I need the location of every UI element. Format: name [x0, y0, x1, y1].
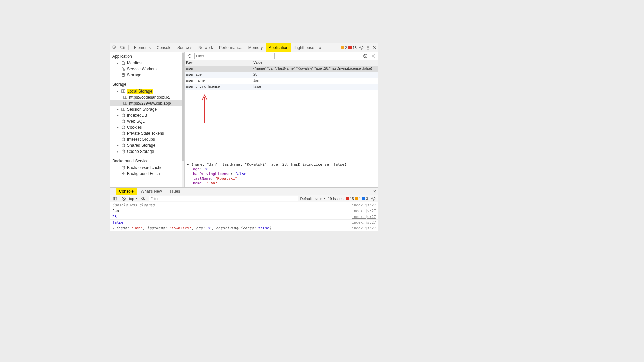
device-toolbar-icon[interactable]: [119, 44, 126, 51]
svg-point-7: [122, 68, 123, 69]
tab-lighthouse[interactable]: Lighthouse: [291, 43, 317, 52]
tab-sources[interactable]: Sources: [174, 43, 195, 52]
table-icon: [121, 107, 126, 111]
table-row[interactable]: user_age28: [185, 72, 378, 78]
delete-icon[interactable]: [370, 53, 377, 59]
svg-point-15: [122, 120, 125, 121]
tab-console[interactable]: Console: [154, 43, 174, 52]
panel-tabs: Elements Console Sources Network Perform…: [131, 43, 317, 52]
sidebar-item-interest-groups[interactable]: Interest Groups: [110, 136, 184, 142]
tab-network[interactable]: Network: [195, 43, 216, 52]
sidebar-item-local-storage[interactable]: ▾Local Storage: [110, 88, 184, 94]
more-tabs-icon[interactable]: »: [317, 45, 324, 50]
download-icon: [121, 172, 126, 176]
drawer-close-icon[interactable]: ✕: [371, 189, 378, 194]
database-icon: [121, 73, 126, 77]
sidebar-item-session-storage[interactable]: ▸Session Storage: [110, 106, 184, 112]
svg-point-3: [361, 47, 362, 48]
table-icon: [121, 89, 126, 93]
console-log[interactable]: Console was clearedindex.js:27 Janindex.…: [110, 202, 378, 231]
sidebar-item-cookies[interactable]: ▸Cookies: [110, 124, 184, 130]
tab-memory[interactable]: Memory: [245, 43, 266, 52]
cookie-icon: [121, 125, 126, 129]
svg-rect-1: [121, 46, 123, 48]
tab-performance[interactable]: Performance: [216, 43, 245, 52]
source-link[interactable]: index.js:27: [352, 209, 376, 213]
sidebar-item-indexeddb[interactable]: ▸IndexedDB: [110, 112, 184, 118]
console-entry[interactable]: Janindex.js:27: [110, 208, 378, 214]
svg-point-20: [122, 150, 125, 151]
database-icon: [121, 113, 126, 117]
sidebar-item-service-workers[interactable]: Service Workers: [110, 66, 184, 72]
value-preview[interactable]: ▾ {name: "Jan", lastName: "Kowalski", ag…: [185, 161, 378, 187]
console-filter-input[interactable]: [149, 196, 298, 201]
console-entry[interactable]: Console was clearedindex.js:27: [110, 202, 378, 208]
sidebar-item-ls-origin-0[interactable]: https://codesandbox.io/: [110, 94, 184, 100]
refresh-icon[interactable]: [186, 53, 193, 59]
clear-icon[interactable]: [362, 53, 369, 59]
table-row[interactable]: user{"name":"Jan","lastName":"Kowalski",…: [185, 66, 378, 72]
database-icon: [121, 119, 126, 123]
separator: [128, 45, 129, 50]
console-issues-summary[interactable]: 19 Issues: 15 1 3: [328, 197, 368, 201]
drawer-more-icon[interactable]: ⋮: [110, 189, 116, 194]
section-application: Application: [110, 52, 184, 60]
sidebar-item-private-state-tokens[interactable]: Private State Tokens: [110, 130, 184, 136]
settings-icon[interactable]: [358, 44, 365, 51]
tab-application[interactable]: Application: [266, 43, 291, 52]
inspect-icon[interactable]: [111, 44, 118, 51]
sidebar-item-storage[interactable]: Storage: [110, 72, 184, 78]
database-icon: [121, 137, 126, 141]
storage-table: Key Value user{"name":"Jan","lastName":"…: [185, 60, 378, 161]
sidebar-item-cache-storage[interactable]: ▸Cache Storage: [110, 148, 184, 155]
svg-point-17: [122, 132, 125, 133]
th-value[interactable]: Value: [252, 60, 378, 66]
drawer-tab-console[interactable]: Console: [116, 188, 137, 195]
devtools-tabbar: Elements Console Sources Network Perform…: [110, 43, 378, 52]
svg-point-8: [123, 69, 125, 70]
console-entry[interactable]: ▸{name: 'Jan', lastName: 'Kowalski', age…: [110, 225, 378, 231]
section-storage: Storage: [110, 80, 184, 88]
console-entry[interactable]: falseindex.js:27: [110, 220, 378, 225]
live-expression-icon[interactable]: [140, 195, 147, 202]
sidebar-item-background-fetch[interactable]: Background Fetch: [110, 171, 184, 177]
drawer-tab-whatsnew[interactable]: What's New: [137, 188, 165, 195]
table-row[interactable]: user_driving_licensefalse: [185, 84, 378, 90]
console-levels-select[interactable]: Default levels▼: [300, 197, 326, 201]
source-link[interactable]: index.js:27: [352, 215, 376, 219]
storage-toolbar: [185, 52, 378, 60]
error-warning-badges[interactable]: 2 15: [341, 46, 358, 50]
tab-elements[interactable]: Elements: [131, 43, 154, 52]
svg-point-18: [122, 138, 125, 139]
console-clear-icon[interactable]: [120, 195, 127, 202]
sidebar-item-manifest[interactable]: ▸Manifest: [110, 60, 184, 66]
devtools-window: Elements Console Sources Network Perform…: [110, 43, 378, 231]
sidebar-item-shared-storage[interactable]: ▸Shared Storage: [110, 142, 184, 148]
source-link[interactable]: index.js:27: [352, 220, 376, 225]
console-context-select[interactable]: top▼: [129, 197, 138, 201]
console-sidebar-toggle-icon[interactable]: [112, 195, 118, 202]
close-icon[interactable]: [371, 44, 378, 51]
svg-point-14: [122, 114, 125, 115]
svg-point-28: [373, 198, 374, 199]
table-row[interactable]: user_nameJan: [185, 78, 378, 84]
drawer-tab-issues[interactable]: Issues: [165, 188, 184, 195]
annotation-arrow-icon: [200, 94, 210, 124]
sidebar-item-back-forward-cache[interactable]: Back/forward cache: [110, 165, 184, 171]
kebab-menu-icon[interactable]: [365, 44, 371, 51]
table-body[interactable]: user{"name":"Jan","lastName":"Kowalski",…: [185, 66, 378, 161]
console-entry[interactable]: 28index.js:27: [110, 214, 378, 220]
source-link[interactable]: index.js:27: [352, 226, 376, 230]
console-settings-icon[interactable]: [370, 195, 377, 202]
storage-filter-input[interactable]: [194, 53, 275, 59]
application-sidebar[interactable]: Application ▸Manifest Service Workers St…: [110, 52, 185, 187]
warning-icon: [341, 46, 344, 49]
svg-point-6: [368, 49, 368, 49]
source-link[interactable]: index.js:27: [352, 203, 376, 207]
th-key[interactable]: Key: [185, 60, 252, 66]
database-icon: [121, 143, 126, 147]
sidebar-item-websql[interactable]: Web SQL: [110, 118, 184, 124]
sidebar-item-ls-origin-1[interactable]: https://279v8w.csb.app/: [110, 100, 184, 106]
sidebar-scrollbar[interactable]: [182, 52, 184, 187]
console-drawer: ⋮ Console What's New Issues ✕ top▼ Defau…: [110, 187, 378, 231]
